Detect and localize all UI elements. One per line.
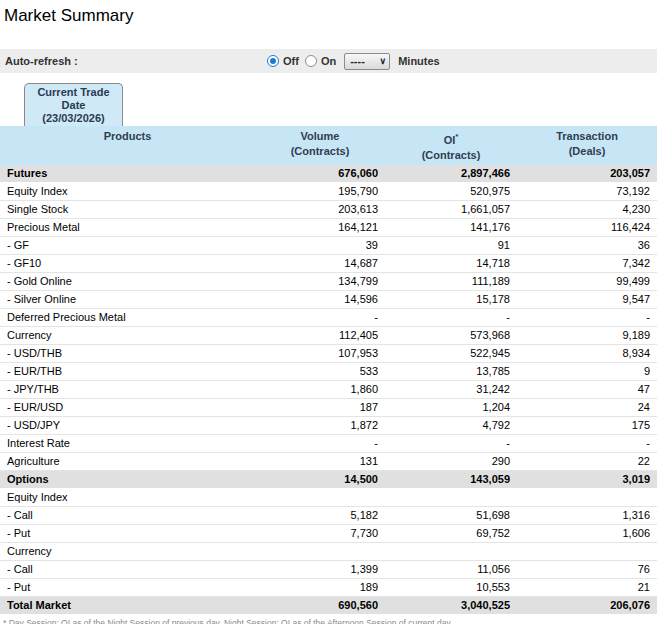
- volume-cell: 164,121: [255, 219, 385, 237]
- volume-cell: 195,790: [255, 183, 385, 201]
- volume-cell: 187: [255, 399, 385, 417]
- market-summary-table: Products Volume (Contracts) OI* (Contrac…: [0, 126, 657, 615]
- col-header-volume: Volume (Contracts): [255, 126, 385, 165]
- market-summary-page: Market Summary Auto-refresh : Off On ---…: [0, 0, 657, 624]
- table-row: Single Stock203,6131,661,0574,230: [0, 201, 657, 219]
- deals-cell: 203,057: [517, 165, 657, 183]
- deals-cell: 3,019: [517, 471, 657, 489]
- product-cell: Equity Index: [0, 489, 255, 507]
- product-cell: Options: [0, 471, 255, 489]
- product-cell: Agriculture: [0, 453, 255, 471]
- table-row: Currency: [0, 543, 657, 561]
- table-row: Currency112,405573,9689,189: [0, 327, 657, 345]
- deals-cell: 1,606: [517, 525, 657, 543]
- tab-current-trade-date[interactable]: Current Trade Date (23/03/2026): [24, 83, 123, 126]
- minutes-label: Minutes: [398, 55, 440, 67]
- table-row: - Silver Online14,59615,1789,547: [0, 291, 657, 309]
- deals-cell: 76: [517, 561, 657, 579]
- oi-cell: 10,553: [385, 579, 517, 597]
- oi-cell: 111,189: [385, 273, 517, 291]
- auto-refresh-on-option[interactable]: On: [305, 55, 336, 67]
- volume-cell: 1,860: [255, 381, 385, 399]
- volume-cell: -: [255, 435, 385, 453]
- product-cell: Interest Rate: [0, 435, 255, 453]
- table-row: Deferred Precious Metal---: [0, 309, 657, 327]
- auto-refresh-controls: Off On ---- ∨ Minutes: [267, 49, 440, 73]
- radio-selected-icon[interactable]: [267, 55, 279, 67]
- product-cell: - USD/JPY: [0, 417, 255, 435]
- product-cell: - GF10: [0, 255, 255, 273]
- volume-cell: 14,596: [255, 291, 385, 309]
- product-cell: Single Stock: [0, 201, 255, 219]
- table-row: - EUR/THB53313,7859: [0, 363, 657, 381]
- table-row: Total Market690,5603,040,525206,076: [0, 597, 657, 615]
- volume-cell: 690,560: [255, 597, 385, 615]
- volume-cell: 14,687: [255, 255, 385, 273]
- product-cell: - EUR/USD: [0, 399, 255, 417]
- product-cell: Deferred Precious Metal: [0, 309, 255, 327]
- table-row: Equity Index195,790520,97573,192: [0, 183, 657, 201]
- table-row: - Put18910,55321: [0, 579, 657, 597]
- product-cell: - Put: [0, 525, 255, 543]
- deals-cell: -: [517, 309, 657, 327]
- deals-cell: [517, 543, 657, 561]
- volume-cell: 7,730: [255, 525, 385, 543]
- col-header-oi: OI* (Contracts): [385, 126, 517, 165]
- table-row: - GF1014,68714,7187,342: [0, 255, 657, 273]
- product-cell: - EUR/THB: [0, 363, 255, 381]
- oi-cell: 13,785: [385, 363, 517, 381]
- chevron-down-icon: ∨: [380, 57, 387, 66]
- deals-cell: 175: [517, 417, 657, 435]
- volume-cell: [255, 543, 385, 561]
- deals-cell: 206,076: [517, 597, 657, 615]
- volume-cell: 5,182: [255, 507, 385, 525]
- table-body: Futures676,0602,897,466203,057Equity Ind…: [0, 165, 657, 615]
- oi-cell: [385, 543, 517, 561]
- oi-cell: -: [385, 435, 517, 453]
- volume-cell: 1,399: [255, 561, 385, 579]
- oi-cell: 2,897,466: [385, 165, 517, 183]
- footnote: * Day Session: OI as of the Night Sessio…: [0, 615, 657, 624]
- deals-cell: 99,499: [517, 273, 657, 291]
- product-cell: - Call: [0, 507, 255, 525]
- oi-cell: -: [385, 309, 517, 327]
- col-header-transaction-label: Transaction: [517, 129, 657, 144]
- product-cell: Currency: [0, 327, 255, 345]
- oi-cell: 522,945: [385, 345, 517, 363]
- deals-cell: 21: [517, 579, 657, 597]
- volume-cell: 676,060: [255, 165, 385, 183]
- product-cell: - USD/THB: [0, 345, 255, 363]
- oi-cell: 573,968: [385, 327, 517, 345]
- table-row: Equity Index: [0, 489, 657, 507]
- deals-cell: 9,547: [517, 291, 657, 309]
- minutes-select[interactable]: ---- ∨: [344, 53, 390, 70]
- oi-cell: 51,698: [385, 507, 517, 525]
- col-header-transaction-sub: (Deals): [517, 144, 657, 159]
- table-row: Precious Metal164,121141,176116,424: [0, 219, 657, 237]
- auto-refresh-bar: Auto-refresh : Off On ---- ∨ Minutes: [0, 49, 657, 73]
- oi-cell: 11,056: [385, 561, 517, 579]
- volume-cell: [255, 489, 385, 507]
- oi-cell: 520,975: [385, 183, 517, 201]
- volume-cell: 131: [255, 453, 385, 471]
- table-row: - GF399136: [0, 237, 657, 255]
- volume-cell: 107,953: [255, 345, 385, 363]
- oi-footnote-asterisk: *: [455, 132, 458, 141]
- col-header-oi-sub: (Contracts): [385, 148, 517, 163]
- product-cell: Total Market: [0, 597, 255, 615]
- product-cell: Futures: [0, 165, 255, 183]
- table-row: - Call5,18251,6981,316: [0, 507, 657, 525]
- deals-cell: 116,424: [517, 219, 657, 237]
- product-cell: - Silver Online: [0, 291, 255, 309]
- auto-refresh-off-option[interactable]: Off: [267, 55, 299, 67]
- product-cell: Currency: [0, 543, 255, 561]
- tab-label-line1: Current Trade Date: [25, 86, 122, 112]
- deals-cell: 36: [517, 237, 657, 255]
- deals-cell: 9,189: [517, 327, 657, 345]
- product-cell: Precious Metal: [0, 219, 255, 237]
- oi-cell: 4,792: [385, 417, 517, 435]
- radio-unselected-icon[interactable]: [305, 55, 317, 67]
- table-row: Options14,500143,0593,019: [0, 471, 657, 489]
- auto-refresh-label: Auto-refresh :: [0, 55, 78, 67]
- oi-cell: 3,040,525: [385, 597, 517, 615]
